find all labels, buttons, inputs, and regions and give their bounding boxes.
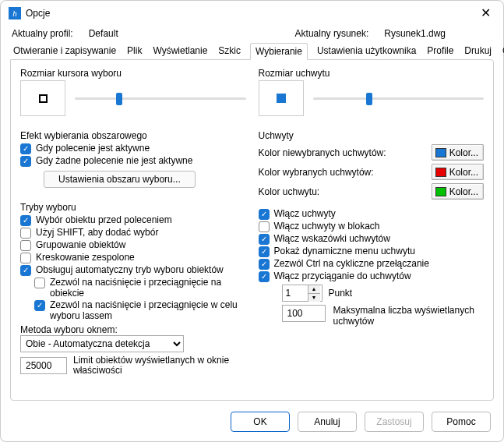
color-btn-label: Kolor... <box>449 186 478 197</box>
dialog-footer: OK Anuluj Zastosuj Pomoc <box>1 407 503 441</box>
window-method-select[interactable]: Obie - Automatyczna detekcja <box>20 335 184 352</box>
color-unselected-button[interactable]: Kolor... <box>432 144 484 161</box>
color-unselected-label: Kolor niewybranych uchwytów: <box>259 147 425 158</box>
window-method-label: Metoda wyboru oknem: <box>20 324 246 335</box>
right-column: Rozmiar uchwytu Uchwyty Kolor niewybrany… <box>259 68 485 392</box>
cancel-button[interactable]: Anuluj <box>298 412 357 432</box>
grip-size-slider[interactable] <box>313 91 485 105</box>
spinner-down-icon[interactable]: ▼ <box>308 294 320 302</box>
grip-preview <box>259 80 304 116</box>
modes-title: Tryby wyboru <box>20 202 246 213</box>
options-dialog: h Opcje ✕ Aktualny profil: Default Aktua… <box>0 0 504 442</box>
tab-online[interactable]: Online <box>501 42 504 59</box>
drawing-label: Aktualny rysunek: <box>295 28 369 39</box>
tab-sketch[interactable]: Szkic <box>217 42 242 59</box>
chk-grips-blocks[interactable] <box>259 221 270 232</box>
titlebar: h Opcje ✕ <box>1 1 503 23</box>
chk-enable-grips-label: Włącz uchwyty <box>274 208 336 219</box>
chk-dyn-menu[interactable]: ✓ <box>259 246 270 257</box>
chk-grip-tips-label: Włącz wskazówki uchwytów <box>274 233 390 244</box>
spinner-up-icon[interactable]: ▲ <box>308 285 320 294</box>
point-input[interactable] <box>283 285 308 301</box>
area-effect-title: Efekt wybierania obszarowego <box>20 130 246 141</box>
app-icon: h <box>9 7 21 19</box>
header-info: Aktualny profil: Default Aktualny rysune… <box>1 23 503 41</box>
chk-snap-grips[interactable]: ✓ <box>259 271 270 282</box>
chk-press-drag-obj-label: Zezwól na naciśnięcie i przeciągnięcie n… <box>50 277 246 299</box>
chk-no-cmd-active[interactable]: ✓ <box>20 156 31 167</box>
point-label: Punkt <box>329 288 353 299</box>
tab-print[interactable]: Drukuj <box>463 42 493 59</box>
color-btn-label: Kolor... <box>449 147 478 158</box>
tab-file[interactable]: Plik <box>125 42 143 59</box>
ok-button[interactable]: OK <box>231 412 290 432</box>
swatch-grip <box>435 187 446 196</box>
modes-group: Tryby wyboru ✓ Wybór obiektu przed polec… <box>20 202 246 376</box>
chk-press-drag-lasso-label: Zezwól na naciśnięcie i przeciągnięcie w… <box>50 299 246 321</box>
color-grip-button[interactable]: Kolor... <box>432 183 484 200</box>
cursor-size-slider[interactable] <box>75 91 246 105</box>
area-settings-button[interactable]: Ustawienia obszaru wyboru... <box>44 171 196 188</box>
profile-label: Aktualny profil: <box>12 28 73 39</box>
cursor-preview <box>20 80 65 116</box>
limit-label: Limit obiektów wyświetlanych w oknie wła… <box>73 355 246 376</box>
chk-snap-grips-label: Włącz przyciąganie do uchwytów <box>274 271 411 281</box>
chk-shift[interactable] <box>20 228 31 239</box>
point-spinner[interactable]: ▲ ▼ <box>282 285 322 302</box>
chk-no-cmd-active-label: Gdy żadne polecenie nie jest aktywne <box>36 155 192 166</box>
grips-title: Uchwyty <box>259 130 485 141</box>
color-selected-button[interactable]: Kolor... <box>432 164 484 180</box>
grips-group: Uchwyty Kolor niewybranych uchwytów: Kol… <box>259 130 485 327</box>
chk-grips-blocks-label: Włącz uchwyty w blokach <box>274 221 380 232</box>
chk-hatch[interactable] <box>20 253 31 263</box>
chk-group[interactable] <box>20 240 31 251</box>
max-grips-label: Maksymalna liczba wyświetlanych uchwytów <box>333 305 485 327</box>
window-title: Opcje <box>26 8 476 19</box>
cursor-preview-box <box>39 94 48 103</box>
chk-preselect[interactable]: ✓ <box>20 215 31 226</box>
chk-ctrl-cycle-label: Zezwól Ctrl na cykliczne przełączanie <box>274 258 429 269</box>
help-button[interactable]: Pomoc <box>432 412 491 432</box>
swatch-selected <box>435 168 446 177</box>
chk-hatch-label: Kreskowanie zespolone <box>36 252 135 263</box>
chk-preselect-label: Wybór obiektu przed poleceniem <box>36 214 172 225</box>
drawing-value: Rysunek1.dwg <box>384 28 446 39</box>
profile-value: Default <box>89 28 118 39</box>
chk-auto-label: Obsługuj automatyczny tryb wyboru obiekt… <box>36 264 224 275</box>
tab-open-save[interactable]: Otwieranie i zapisywanie <box>12 42 118 59</box>
chk-grip-tips[interactable]: ✓ <box>259 234 270 245</box>
tab-strip: Otwieranie i zapisywanie Plik Wyświetlan… <box>1 41 503 59</box>
chk-shift-label: Użyj SHIFT, aby dodać wybór <box>36 227 158 238</box>
grip-size-title: Rozmiar uchwytu <box>259 68 485 79</box>
chk-dyn-menu-label: Pokaż dynamiczne menu uchwytu <box>274 246 415 256</box>
chk-press-drag-obj[interactable] <box>34 278 45 288</box>
apply-button[interactable]: Zastosuj <box>365 412 424 432</box>
area-effect-group: Efekt wybierania obszarowego ✓ Gdy polec… <box>20 130 246 191</box>
chk-enable-grips[interactable]: ✓ <box>259 209 270 220</box>
chk-auto[interactable]: ✓ <box>20 265 31 276</box>
chk-cmd-active[interactable]: ✓ <box>20 143 31 154</box>
tab-content: Rozmiar kursora wyboru Efekt wybierania … <box>10 59 494 401</box>
close-icon[interactable]: ✕ <box>476 5 495 20</box>
chk-press-drag-lasso[interactable]: ✓ <box>34 300 45 311</box>
chk-ctrl-cycle[interactable]: ✓ <box>259 259 270 270</box>
max-grips-input[interactable] <box>282 305 326 322</box>
cursor-size-group: Rozmiar kursora wyboru <box>20 68 246 119</box>
color-grip-label: Kolor uchwytu: <box>259 186 425 197</box>
cursor-size-title: Rozmiar kursora wyboru <box>20 68 246 79</box>
swatch-unselected <box>435 148 446 157</box>
tab-user[interactable]: Ustawienia użytkownika <box>315 42 418 59</box>
grip-size-group: Rozmiar uchwytu <box>259 68 485 119</box>
tab-selection[interactable]: Wybieranie <box>250 43 308 60</box>
tab-display[interactable]: Wyświetlanie <box>151 42 209 59</box>
limit-input[interactable] <box>20 357 67 374</box>
grip-preview-box <box>277 94 286 103</box>
color-selected-label: Kolor wybranych uchwytów: <box>259 167 425 178</box>
chk-group-label: Grupowanie obiektów <box>36 239 125 250</box>
color-btn-label: Kolor... <box>449 167 478 178</box>
tab-profiles[interactable]: Profile <box>425 42 455 59</box>
chk-cmd-active-label: Gdy polecenie jest aktywne <box>36 143 150 154</box>
left-column: Rozmiar kursora wyboru Efekt wybierania … <box>20 68 246 392</box>
